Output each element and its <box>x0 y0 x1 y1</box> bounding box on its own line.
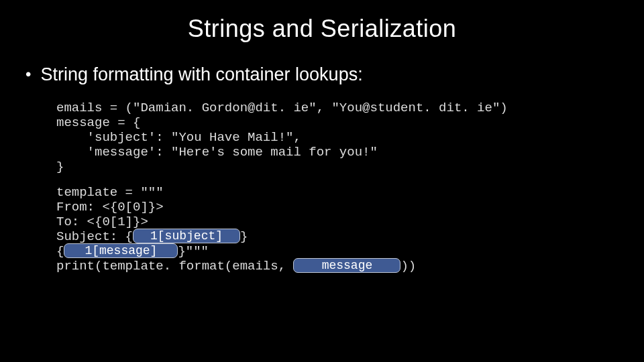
code-line: print(template. format(emails, message)) <box>56 259 644 274</box>
placeholder-pill-message: 1[message] <box>64 243 178 258</box>
bullet-row: • String formatting with container looku… <box>0 63 644 101</box>
placeholder-pill-arg: message <box>293 258 400 273</box>
code-text: }""" <box>178 244 209 259</box>
code-text: )) <box>400 259 416 274</box>
code-block-2: template = """ From: <{0[0]}> To: <{0[1]… <box>0 185 644 274</box>
code-line: To: <{0[1]}> <box>56 215 644 229</box>
bullet-text: String formatting with container lookups… <box>40 63 362 86</box>
placeholder-pill-subject: 1[subject] <box>133 229 240 243</box>
slide-title: Strings and Serialization <box>0 0 644 63</box>
code-text: print(template. format(emails, <box>56 259 293 274</box>
code-line: template = """ <box>56 185 644 200</box>
code-text: Subject: { <box>56 229 133 244</box>
code-text: { <box>56 244 64 259</box>
bullet-dot-icon: • <box>25 63 31 86</box>
code-block-1: emails = ("Damian. Gordon@dit. ie", "You… <box>0 101 644 185</box>
code-text: } <box>240 229 248 244</box>
code-line: {1[message]}""" <box>56 244 644 259</box>
code-line: From: <{0[0]}> <box>56 200 644 215</box>
code-line: Subject: {1[subject]} <box>56 229 644 244</box>
